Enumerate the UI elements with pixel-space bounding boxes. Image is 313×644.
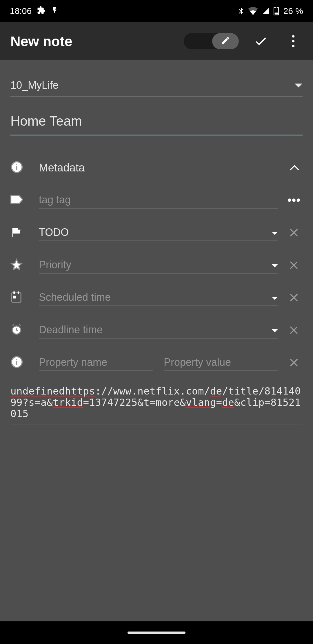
property-row: Property name Property value — [10, 351, 303, 374]
svg-rect-10 — [12, 293, 21, 302]
deadline-placeholder: Deadline time — [39, 324, 103, 336]
state-select[interactable]: TODO — [39, 224, 278, 241]
svg-point-2 — [292, 40, 294, 42]
tag-icon — [10, 194, 23, 206]
property-value-input[interactable]: Property value — [164, 354, 278, 371]
property-name-placeholder: Property name — [39, 356, 107, 368]
puzzle-icon — [37, 6, 46, 17]
dropdown-arrow-icon — [294, 79, 303, 91]
dropdown-arrow-icon — [271, 226, 278, 238]
wifi-icon — [248, 7, 258, 15]
note-body-input[interactable]: undefinedhttps://www.netflix.com/de/titl… — [10, 386, 303, 424]
svg-rect-0 — [274, 12, 278, 15]
battery-percent: 26 % — [283, 6, 303, 16]
svg-point-17 — [16, 359, 17, 360]
clear-property-button[interactable] — [285, 354, 303, 371]
svg-point-1 — [292, 35, 294, 37]
dropdown-arrow-icon — [271, 259, 278, 271]
content-area: 10_MyLife Metadata tag tag — [0, 60, 313, 621]
deadline-row: Deadline time — [10, 319, 303, 341]
clear-deadline-button[interactable] — [285, 321, 303, 339]
svg-point-7 — [288, 198, 291, 202]
scheduled-row: Scheduled time — [10, 286, 303, 309]
tags-input[interactable]: tag tag — [39, 192, 278, 209]
bluetooth-icon — [237, 7, 245, 15]
svg-point-8 — [292, 198, 295, 202]
svg-point-3 — [292, 45, 294, 47]
notebook-select[interactable]: 10_MyLife — [10, 74, 303, 97]
svg-rect-13 — [18, 292, 19, 294]
dropdown-arrow-icon — [271, 291, 278, 303]
info-icon — [10, 356, 23, 370]
priority-placeholder: Priority — [39, 259, 71, 271]
home-indicator — [128, 632, 185, 634]
clear-state-button[interactable] — [285, 224, 303, 241]
gesture-nav-bar[interactable] — [0, 621, 313, 644]
tags-row: tag tag — [10, 189, 303, 211]
star-icon — [10, 258, 23, 272]
bolt-icon — [51, 6, 59, 16]
priority-select[interactable]: Priority — [39, 257, 278, 274]
state-value: TODO — [39, 226, 69, 238]
scheduled-select[interactable]: Scheduled time — [39, 289, 278, 306]
state-row: TODO — [10, 221, 303, 244]
tags-placeholder: tag tag — [39, 194, 71, 206]
svg-point-9 — [297, 198, 300, 202]
status-bar: 18:06 26 % — [0, 0, 313, 22]
tags-more-button[interactable] — [285, 191, 303, 209]
page-title: New note — [10, 33, 178, 49]
property-value-placeholder: Property value — [164, 356, 231, 368]
flag-icon — [10, 226, 22, 239]
dropdown-arrow-icon — [271, 324, 278, 336]
svg-rect-12 — [13, 292, 15, 294]
notebook-selected-label: 10_MyLife — [10, 79, 59, 91]
collapse-metadata-button[interactable] — [286, 165, 303, 171]
metadata-label: Metadata — [28, 162, 286, 174]
confirm-button[interactable] — [250, 31, 271, 52]
property-name-input[interactable]: Property name — [39, 354, 153, 371]
overflow-menu-button[interactable] — [283, 31, 304, 52]
deadline-select[interactable]: Deadline time — [39, 322, 278, 339]
status-time: 18:06 — [10, 6, 32, 16]
calendar-icon — [10, 291, 22, 304]
clear-priority-button[interactable] — [285, 256, 303, 274]
note-title-input[interactable] — [10, 113, 303, 135]
battery-icon — [274, 7, 279, 15]
svg-rect-11 — [13, 296, 16, 299]
scheduled-placeholder: Scheduled time — [39, 291, 111, 303]
edit-mode-toggle[interactable] — [184, 33, 239, 49]
metadata-header[interactable]: Metadata — [10, 156, 303, 179]
signal-icon — [261, 7, 270, 15]
alarm-icon — [10, 323, 23, 337]
toolbar: New note — [0, 22, 313, 60]
clear-scheduled-button[interactable] — [285, 289, 303, 306]
priority-row: Priority — [10, 254, 303, 276]
info-icon — [10, 161, 23, 175]
pencil-icon — [221, 36, 230, 47]
svg-point-6 — [16, 164, 17, 165]
